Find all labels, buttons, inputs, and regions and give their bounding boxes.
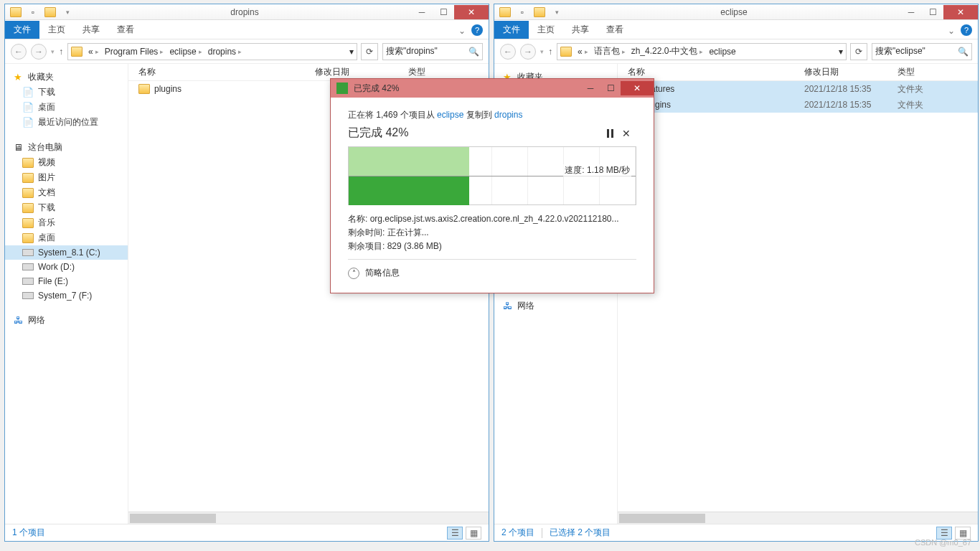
forward-button[interactable]: → — [520, 44, 536, 60]
file-row[interactable]: plugins2021/12/18 15:35文件夹 — [618, 97, 978, 113]
properties-icon[interactable]: ▫ — [514, 6, 530, 19]
ribbon-collapse-icon[interactable]: ⌄ — [453, 23, 471, 39]
history-icon[interactable]: ▾ — [51, 48, 55, 55]
icons-view-button[interactable]: ▦ — [955, 527, 971, 540]
search-input[interactable]: 搜索"dropins" 🔍 — [382, 43, 483, 60]
new-folder-icon[interactable] — [42, 6, 58, 19]
nav-pc-item[interactable]: 下载 — [5, 200, 128, 215]
help-icon[interactable]: ? — [961, 24, 972, 36]
help-icon[interactable]: ? — [471, 24, 483, 36]
nav-pc-item[interactable]: 视频 — [5, 155, 128, 170]
copy-progress-dialog: 已完成 42% ─ ☐ ✕ 正在将 1,469 个项目从 eclipse 复制到… — [330, 78, 654, 293]
folder-icon — [71, 47, 83, 57]
tab-file[interactable]: 文件 — [494, 21, 529, 39]
minimize-button[interactable]: ─ — [900, 5, 922, 19]
details-toggle[interactable]: ˄ 简略信息 — [348, 259, 636, 279]
dialog-title: 已完成 42% — [354, 83, 580, 95]
nav-pc-item[interactable]: 图片 — [5, 170, 128, 185]
search-icon: 🔍 — [958, 47, 969, 57]
tab-view[interactable]: 查看 — [598, 21, 632, 39]
breadcrumb: 语言包▸ — [591, 45, 628, 57]
tab-file[interactable]: 文件 — [5, 21, 39, 39]
tab-view[interactable]: 查看 — [108, 21, 143, 39]
history-icon[interactable]: ▾ — [540, 48, 544, 55]
pause-button[interactable] — [603, 129, 616, 138]
close-button[interactable]: ✕ — [454, 5, 489, 19]
file-list[interactable]: features2021/12/18 15:35文件夹plugins2021/1… — [618, 81, 978, 512]
breadcrumb: zh_4.22.0-中文包▸ — [628, 45, 707, 57]
new-folder-icon[interactable] — [532, 6, 547, 19]
breadcrumb: dropins▸ — [205, 47, 245, 57]
maximize-button[interactable]: ☐ — [433, 5, 454, 19]
column-headers[interactable]: 名称 修改日期 类型 — [618, 64, 978, 81]
tab-home[interactable]: 主页 — [529, 21, 563, 39]
refresh-button[interactable]: ⟳ — [361, 43, 378, 60]
source-link[interactable]: eclipse — [437, 110, 463, 120]
folder-icon — [138, 84, 150, 94]
icons-view-button[interactable]: ▦ — [466, 527, 481, 540]
qat-dropdown-icon[interactable]: ▾ — [60, 6, 75, 19]
nav-fav-item[interactable]: 📄桌面 — [5, 100, 128, 115]
folder-icon — [8, 6, 24, 19]
maximize-button[interactable]: ☐ — [922, 5, 943, 19]
breadcrumb: eclipse — [706, 47, 738, 57]
tab-share[interactable]: 共享 — [74, 21, 108, 39]
dest-link[interactable]: dropins — [494, 110, 522, 120]
nav-fav-item[interactable]: 📄下载 — [5, 85, 128, 100]
minimize-button[interactable]: ─ — [580, 81, 600, 95]
details-view-button[interactable]: ☰ — [447, 527, 463, 540]
speed-label: 速度: 1.18 MB/秒 — [563, 164, 631, 176]
refresh-button[interactable]: ⟳ — [850, 43, 867, 60]
nav-favorites[interactable]: ★收藏夹 — [5, 70, 128, 85]
statusbar: 2 个项目 已选择 2 个项目 ☰ ▦ — [494, 524, 978, 541]
back-button[interactable]: ← — [11, 44, 27, 60]
details-view-button[interactable]: ☰ — [936, 527, 952, 540]
nav-pc-item[interactable]: 音乐 — [5, 215, 128, 230]
minimize-button[interactable]: ─ — [411, 5, 433, 19]
titlebar[interactable]: ▫ ▾ dropins ─ ☐ ✕ — [5, 4, 489, 20]
file-name-info: 名称: org.eclipse.jst.ws.axis2.creation.co… — [348, 212, 636, 226]
qat-dropdown-icon[interactable]: ▾ — [549, 6, 565, 19]
up-button[interactable]: ↑ — [548, 47, 552, 57]
nav-drive-item[interactable]: File (E:) — [5, 274, 128, 288]
nav-pc-item[interactable]: 桌面 — [5, 230, 128, 245]
folder-icon — [497, 6, 513, 19]
nav-drive-item[interactable]: Work (D:) — [5, 260, 128, 274]
tab-home[interactable]: 主页 — [39, 21, 74, 39]
scrollbar[interactable] — [128, 512, 489, 524]
search-input[interactable]: 搜索"eclipse" 🔍 — [872, 43, 972, 60]
window-title: eclipse — [567, 7, 900, 17]
nav-network[interactable]: 🖧网络 — [5, 313, 128, 328]
address-bar[interactable]: «▸ 语言包▸ zh_4.22.0-中文包▸ eclipse ▾ — [557, 43, 847, 60]
forward-button[interactable]: → — [31, 44, 47, 60]
properties-icon[interactable]: ▫ — [25, 6, 41, 19]
nav-pc-item[interactable]: 文档 — [5, 185, 128, 200]
breadcrumb: Program Files▸ — [102, 47, 167, 57]
address-bar[interactable]: «▸ Program Files▸ eclipse▸ dropins▸ ▾ — [67, 43, 357, 60]
ribbon: 文件 主页 共享 查看 ⌄ ? — [5, 20, 489, 39]
time-remaining-info: 剩余时间: 正在计算... — [348, 226, 636, 240]
nav-drive-item[interactable]: System_8.1 (C:) — [5, 245, 128, 260]
address-row: ← → ▾ ↑ «▸ 语言包▸ zh_4.22.0-中文包▸ eclipse ▾… — [494, 39, 978, 64]
items-remaining-info: 剩余项目: 829 (3.86 MB) — [348, 240, 636, 253]
scrollbar[interactable] — [618, 512, 978, 524]
up-button[interactable]: ↑ — [59, 47, 63, 57]
nav-drive-item[interactable]: System_7 (F:) — [5, 288, 128, 303]
back-button[interactable]: ← — [500, 44, 516, 60]
maximize-button[interactable]: ☐ — [600, 81, 621, 95]
ribbon: 文件 主页 共享 查看 ⌄ ? — [494, 20, 978, 39]
dialog-titlebar[interactable]: 已完成 42% ─ ☐ ✕ — [331, 79, 654, 98]
folder-icon — [560, 47, 572, 57]
nav-this-pc[interactable]: 🖥这台电脑 — [5, 140, 128, 155]
close-button[interactable]: ✕ — [621, 81, 654, 95]
nav-network[interactable]: 🖧网络 — [494, 298, 617, 314]
titlebar[interactable]: ▫ ▾ eclipse ─ ☐ ✕ — [494, 4, 978, 20]
navigation-pane[interactable]: ★收藏夹📄下载📄桌面📄最近访问的位置🖥这台电脑视频图片文档下载音乐桌面Syste… — [5, 64, 128, 524]
copy-icon — [336, 83, 348, 94]
tab-share[interactable]: 共享 — [563, 21, 598, 39]
file-row[interactable]: features2021/12/18 15:35文件夹 — [618, 81, 978, 97]
close-button[interactable]: ✕ — [943, 5, 978, 19]
nav-fav-item[interactable]: 📄最近访问的位置 — [5, 115, 128, 130]
ribbon-collapse-icon[interactable]: ⌄ — [942, 23, 961, 39]
cancel-button[interactable]: ✕ — [616, 128, 636, 139]
